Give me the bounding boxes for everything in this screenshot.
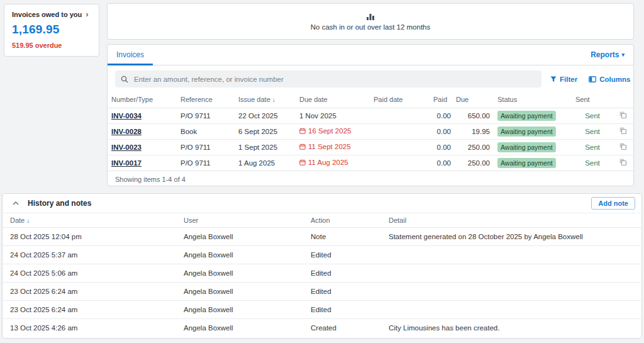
history-user: Angela Boxwell xyxy=(176,245,303,264)
invoice-number-link[interactable]: INV-0023 xyxy=(111,143,142,151)
history-table-header: Date ↓ User Action Detail xyxy=(3,213,641,227)
col-header-sent[interactable]: Sent xyxy=(573,91,612,108)
history-detail xyxy=(381,300,641,318)
invoice-paid-date xyxy=(371,139,431,155)
history-header: History and notes Add note xyxy=(3,194,641,213)
filter-button[interactable]: Filter xyxy=(550,76,577,83)
invoice-due-date: 1 Nov 2025 xyxy=(297,108,371,123)
history-row: 23 Oct 2025 6:24 am Angela Boxwell Edite… xyxy=(3,300,641,318)
history-title: History and notes xyxy=(28,199,91,208)
history-row: 13 Oct 2025 4:26 am Angela Boxwell Creat… xyxy=(3,318,641,337)
columns-button[interactable]: Columns xyxy=(589,76,630,83)
reports-dropdown[interactable]: Reports ▾ xyxy=(591,50,633,59)
col-header-due-date[interactable]: Due date xyxy=(297,91,371,108)
sent-link[interactable]: Sent xyxy=(585,159,600,167)
invoices-owed-title: Invoices owed to you xyxy=(12,11,82,18)
col-header-paid[interactable]: Paid xyxy=(431,91,453,108)
history-detail xyxy=(381,282,641,300)
invoices-owed-card[interactable]: Invoices owed to you › 1,169.95 519.95 o… xyxy=(4,4,99,57)
history-action: Edited xyxy=(303,282,381,300)
invoice-number-link[interactable]: INV-0017 xyxy=(111,159,142,167)
copy-icon[interactable] xyxy=(619,142,627,150)
invoices-tabbar: Invoices Reports ▾ xyxy=(108,45,633,65)
sent-link[interactable]: Sent xyxy=(585,112,600,120)
history-user: Angela Boxwell xyxy=(176,227,303,245)
invoice-due-amount: 650.00 xyxy=(453,108,492,123)
invoice-due-amount: 19.95 xyxy=(453,123,492,139)
history-date: 24 Oct 2025 5:37 am xyxy=(3,245,176,264)
invoices-table: Number/Type Reference Issue date ↓ Due d… xyxy=(108,91,633,171)
history-user: Angela Boxwell xyxy=(176,264,303,282)
col-header-detail[interactable]: Detail xyxy=(381,213,641,227)
copy-icon[interactable] xyxy=(619,158,627,166)
invoice-paid-date xyxy=(371,155,431,171)
invoice-search-input[interactable] xyxy=(134,76,536,83)
invoice-row: INV-0023 P/O 9711 1 Sept 2025 xyxy=(108,139,633,155)
col-header-due[interactable]: Due xyxy=(453,91,492,108)
search-icon xyxy=(121,76,128,83)
history-user: Angela Boxwell xyxy=(176,282,303,300)
invoice-search-box[interactable] xyxy=(115,70,541,87)
invoice-issue-date: 6 Sept 2025 xyxy=(236,123,297,139)
pagination-status: Showing items 1-4 of 4 xyxy=(108,171,633,188)
status-badge: Awaiting payment xyxy=(497,142,556,152)
no-cash-message: No cash in or out over last 12 months xyxy=(311,23,431,31)
bar-chart-icon xyxy=(366,13,375,21)
col-header-user[interactable]: User xyxy=(176,213,303,227)
col-header-issue-date[interactable]: Issue date ↓ xyxy=(236,91,297,108)
history-user: Angela Boxwell xyxy=(176,300,303,318)
invoice-paid-amount: 0.00 xyxy=(431,139,453,155)
history-panel: History and notes Add note Date ↓ User A… xyxy=(2,193,642,339)
overdue-amount: 519.95 overdue xyxy=(12,42,91,49)
invoice-number-link[interactable]: INV-0034 xyxy=(111,112,142,120)
invoice-due-amount: 250.00 xyxy=(453,155,492,171)
add-note-button[interactable]: Add note xyxy=(591,197,635,210)
history-date: 28 Oct 2025 12:04 pm xyxy=(3,227,176,245)
history-action: Created xyxy=(303,318,381,337)
filter-icon xyxy=(550,76,557,82)
sent-link[interactable]: Sent xyxy=(585,128,600,135)
invoice-row: INV-0028 Book 6 Sept 2025 xyxy=(108,123,633,139)
copy-icon[interactable] xyxy=(619,111,627,119)
history-date: 23 Oct 2025 6:24 am xyxy=(3,282,176,300)
collapse-chevron-up-icon[interactable] xyxy=(13,201,19,205)
invoice-paid-amount: 0.00 xyxy=(431,108,453,123)
copy-icon[interactable] xyxy=(619,127,627,135)
invoices-table-header: Number/Type Reference Issue date ↓ Due d… xyxy=(108,91,633,108)
invoice-number-link[interactable]: INV-0028 xyxy=(111,128,142,135)
col-header-number[interactable]: Number/Type xyxy=(108,91,178,108)
col-header-status[interactable]: Status xyxy=(492,91,573,108)
history-detail xyxy=(381,245,641,264)
history-detail: Statement generated on 28 October 2025 b… xyxy=(381,227,641,245)
history-action: Edited xyxy=(303,264,381,282)
invoice-issue-date: 1 Aug 2025 xyxy=(236,155,297,171)
invoice-row: INV-0034 P/O 9711 22 Oct 2025 1 Nov 2025… xyxy=(108,108,633,123)
history-row: 24 Oct 2025 5:06 am Angela Boxwell Edite… xyxy=(3,264,641,282)
col-header-date[interactable]: Date ↓ xyxy=(3,213,176,227)
owed-amount: 1,169.95 xyxy=(12,23,91,37)
invoice-reference: P/O 9711 xyxy=(178,155,236,171)
invoice-issue-date: 22 Oct 2025 xyxy=(236,108,297,123)
history-date: 13 Oct 2025 4:26 am xyxy=(3,318,176,337)
invoices-panel: Invoices Reports ▾ xyxy=(107,44,634,186)
history-table: Date ↓ User Action Detail 28 Oct 2025 12… xyxy=(3,213,641,337)
history-row: 24 Oct 2025 5:37 am Angela Boxwell Edite… xyxy=(3,245,641,264)
history-action: Note xyxy=(303,227,381,245)
history-detail: City Limousines has been created. xyxy=(381,318,641,337)
history-action: Edited xyxy=(303,245,381,264)
col-header-reference[interactable]: Reference xyxy=(178,91,236,108)
col-header-action[interactable]: Action xyxy=(303,213,381,227)
tab-invoices[interactable]: Invoices xyxy=(108,45,153,65)
columns-icon xyxy=(589,76,596,82)
invoice-due-amount: 250.00 xyxy=(453,139,492,155)
invoice-paid-amount: 0.00 xyxy=(431,155,453,171)
invoice-paid-date xyxy=(371,123,431,139)
invoice-issue-date: 1 Sept 2025 xyxy=(236,139,297,155)
invoice-paid-amount: 0.00 xyxy=(431,123,453,139)
invoice-reference: P/O 9711 xyxy=(178,139,236,155)
sort-down-icon: ↓ xyxy=(272,96,275,103)
col-header-paid-date[interactable]: Paid date xyxy=(371,91,431,108)
invoices-owed-title-row[interactable]: Invoices owed to you › xyxy=(12,11,91,18)
invoice-due-date: 16 Sept 2025 xyxy=(297,123,371,139)
sent-link[interactable]: Sent xyxy=(585,143,600,151)
